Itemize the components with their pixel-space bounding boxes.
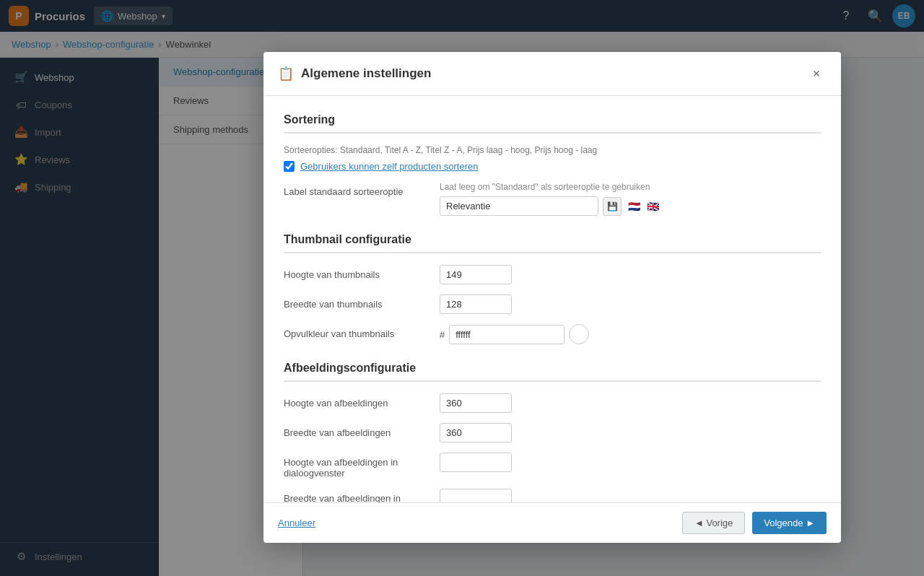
opvulkleur-group: Opvulkleur van thumbnails # <box>284 324 821 344</box>
modal-close-button[interactable]: × <box>806 64 827 84</box>
hoogte-thumbnails-input[interactable] <box>440 265 512 284</box>
prev-button[interactable]: ◄ Vorige <box>682 512 745 534</box>
breedte-afbeelding-label: Breedte van afbeeldingen <box>284 423 428 438</box>
sort-hint: Laat leeg om "Standaard" als sorteeropti… <box>440 182 821 192</box>
modal-footer: Annuleer ◄ Vorige Volgende ► <box>263 502 841 543</box>
thumbnail-section-title: Thumbnail configuratie <box>284 233 821 253</box>
modal-body: Sortering Sorteeropties: Standaard, Tite… <box>263 96 841 502</box>
breedte-thumbnails-label: Breedte van thumbnails <box>284 294 428 310</box>
self-sort-label[interactable]: Gebruikers kunnen zelf producten sortere… <box>300 161 478 172</box>
checkbox-row: Gebruikers kunnen zelf producten sortere… <box>284 161 821 172</box>
flag-en[interactable]: 🇬🇧 <box>645 201 661 211</box>
opvulkleur-label: Opvulkleur van thumbnails <box>284 324 428 339</box>
sort-label-input[interactable] <box>440 196 598 216</box>
lang-flags: 🇳🇱 🇬🇧 <box>626 201 661 211</box>
hoogte-afbeelding-control <box>440 393 821 413</box>
breedte-afbeelding-input[interactable] <box>440 423 512 442</box>
hoogte-afbeelding-label: Hoogte van afbeeldingen <box>284 393 428 409</box>
modal-title: Algemene instellingen <box>301 66 799 81</box>
hoogte-dialog-group: Hoogte van afbeeldingen in dialoogvenste… <box>284 453 821 479</box>
save-icon[interactable]: 💾 <box>603 197 622 216</box>
breedte-dialog-control <box>440 489 821 502</box>
sorting-section-title: Sortering <box>284 113 821 134</box>
breedte-dialog-group: Breedte van afbeeldingen in venster <box>284 489 821 502</box>
input-with-lang: 💾 🇳🇱 🇬🇧 <box>440 196 821 216</box>
color-input-row: # <box>440 324 821 344</box>
modal-header: 📋 Algemene instellingen × <box>263 52 841 96</box>
hoogte-thumbnails-control <box>440 265 821 284</box>
sort-label-text: Label standaard sorteeroptie <box>284 182 428 197</box>
hoogte-dialog-label: Hoogte van afbeeldingen in dialoogvenste… <box>284 453 428 479</box>
breedte-dialog-label: Breedte van afbeeldingen in venster <box>284 489 428 502</box>
cancel-button[interactable]: Annuleer <box>278 518 315 528</box>
self-sort-checkbox[interactable] <box>284 161 295 172</box>
sort-label-group: Label standaard sorteeroptie Laat leeg o… <box>284 182 821 216</box>
breedte-afbeelding-control <box>440 423 821 442</box>
afbeelding-section-title: Afbeeldingsconfiguratie <box>284 362 821 382</box>
breedte-thumbnails-group: Breedte van thumbnails <box>284 294 821 314</box>
breedte-thumbnails-input[interactable] <box>440 294 512 314</box>
opvulkleur-control: # <box>440 324 821 344</box>
hoogte-dialog-control <box>440 453 821 472</box>
hoogte-thumbnails-group: Hoogte van thumbnails <box>284 265 821 284</box>
hoogte-afbeelding-input[interactable] <box>440 393 512 413</box>
modal-title-icon: 📋 <box>278 66 294 82</box>
breedte-afbeelding-group: Breedte van afbeeldingen <box>284 423 821 442</box>
color-value-input[interactable] <box>449 325 565 344</box>
modal-algemene-instellingen: 📋 Algemene instellingen × Sortering Sort… <box>263 52 841 543</box>
hoogte-thumbnails-label: Hoogte van thumbnails <box>284 265 428 280</box>
hoogte-afbeelding-group: Hoogte van afbeeldingen <box>284 393 821 413</box>
hoogte-dialog-input[interactable] <box>440 453 512 472</box>
color-preview[interactable] <box>569 324 589 344</box>
sort-control-area: Laat leeg om "Standaard" als sorteeropti… <box>440 182 821 216</box>
hash-symbol: # <box>440 329 445 340</box>
sort-options-text: Sorteeropties: Standaard, Titel A - Z, T… <box>284 145 821 155</box>
breedte-dialog-input[interactable] <box>440 489 512 502</box>
flag-nl[interactable]: 🇳🇱 <box>626 201 642 211</box>
next-button[interactable]: Volgende ► <box>752 512 827 534</box>
breedte-thumbnails-control <box>440 294 821 314</box>
